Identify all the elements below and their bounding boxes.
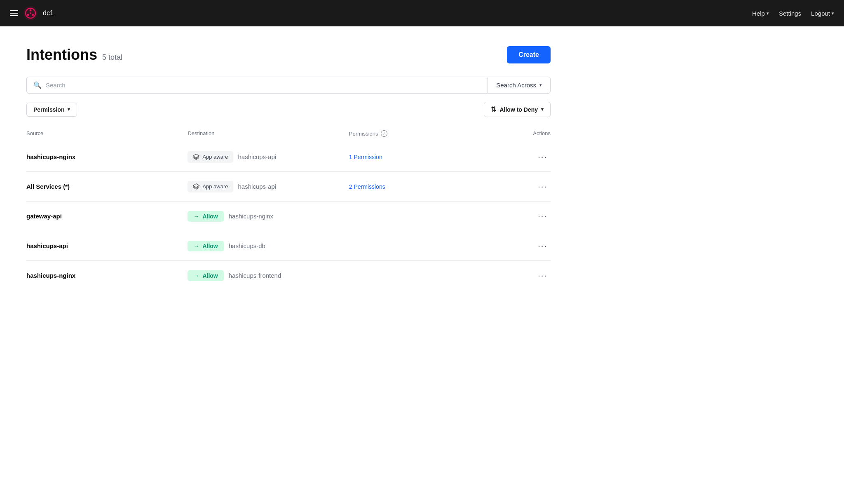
search-across-button[interactable]: Search Across ▾ — [488, 77, 550, 93]
info-icon: i — [381, 130, 387, 137]
page-header: Intentions 5 total Create — [26, 46, 551, 63]
page-title: Intentions — [26, 46, 97, 63]
dc-label: dc1 — [43, 9, 54, 17]
search-input[interactable] — [46, 82, 481, 89]
help-menu[interactable]: Help ▾ — [752, 10, 769, 17]
search-icon: 🔍 — [33, 81, 42, 89]
chevron-down-icon: ▾ — [68, 107, 70, 112]
create-button[interactable]: Create — [507, 46, 551, 63]
table-row: hashicups-nginx App aware hashicups-api … — [26, 142, 551, 172]
permissions-cell: 1 Permission — [349, 153, 470, 161]
table-body: hashicups-nginx App aware hashicups-api … — [26, 142, 551, 290]
source-column-header: Source — [26, 130, 188, 137]
svg-point-4 — [27, 14, 29, 16]
app-aware-badge: App aware — [188, 151, 233, 163]
more-actions-button[interactable]: ··· — [535, 150, 551, 163]
page-content: Intentions 5 total Create 🔍 Search Acros… — [0, 26, 577, 310]
hamburger-icon[interactable] — [10, 10, 18, 16]
source-name: gateway-api — [26, 213, 62, 220]
chevron-down-icon: ▾ — [541, 107, 544, 112]
destination-cell: → Allow hashicups-frontend — [188, 270, 349, 281]
navbar-left: dc1 — [10, 6, 746, 21]
permission-filter-button[interactable]: Permission ▾ — [26, 103, 77, 117]
table-row: All Services (*) App aware hashicups-api… — [26, 172, 551, 202]
allow-badge: → Allow — [188, 270, 223, 281]
svg-point-3 — [32, 14, 34, 16]
app-aware-label: App aware — [202, 154, 228, 160]
source-name: All Services (*) — [26, 183, 70, 190]
source-name: hashicups-nginx — [26, 272, 75, 279]
allow-label: Allow — [202, 213, 218, 220]
page-count: 5 total — [102, 53, 122, 62]
app-aware-label: App aware — [202, 183, 228, 190]
permissions-link[interactable]: 2 Permissions — [349, 183, 385, 190]
search-bar: 🔍 Search Across ▾ — [26, 77, 551, 94]
chevron-down-icon: ▾ — [767, 11, 769, 16]
logout-menu[interactable]: Logout ▾ — [811, 10, 834, 17]
actions-cell: ··· — [470, 210, 551, 223]
consul-logo — [23, 6, 38, 21]
layers-icon — [192, 183, 200, 190]
table-row: hashicups-api → Allow hashicups-db ··· — [26, 231, 551, 261]
table-row: gateway-api → Allow hashicups-nginx ··· — [26, 202, 551, 231]
settings-link[interactable]: Settings — [779, 10, 801, 17]
destination-name: hashicups-nginx — [229, 213, 273, 220]
sort-icon: ⇅ — [491, 105, 496, 113]
navbar: dc1 Help ▾ Settings Logout ▾ — [0, 0, 844, 26]
arrow-right-icon: → — [193, 243, 199, 249]
actions-cell: ··· — [470, 239, 551, 252]
svg-point-5 — [30, 12, 31, 14]
permissions-link[interactable]: 1 Permission — [349, 154, 382, 160]
allow-label: Allow — [202, 243, 218, 249]
table-header: Source Destination Permissions i Actions — [26, 127, 551, 142]
page-title-group: Intentions 5 total — [26, 46, 122, 63]
destination-name: hashicups-api — [238, 183, 277, 190]
table-row: hashicups-nginx → Allow hashicups-fronte… — [26, 261, 551, 290]
allow-label: Allow — [202, 272, 218, 279]
destination-name: hashicups-frontend — [229, 272, 281, 279]
allow-badge: → Allow — [188, 241, 223, 251]
app-aware-badge: App aware — [188, 181, 233, 192]
source-cell: hashicups-nginx — [26, 153, 188, 161]
destination-cell: → Allow hashicups-db — [188, 241, 349, 251]
actions-cell: ··· — [470, 150, 551, 163]
permissions-cell: 2 Permissions — [349, 183, 470, 190]
layers-icon — [192, 153, 200, 161]
chevron-down-icon: ▾ — [539, 82, 542, 88]
source-cell: hashicups-api — [26, 242, 188, 250]
table-container: Source Destination Permissions i Actions… — [26, 127, 551, 290]
destination-name: hashicups-api — [238, 153, 277, 160]
actions-column-header: Actions — [470, 130, 551, 137]
chevron-down-icon: ▾ — [832, 11, 834, 16]
more-actions-button[interactable]: ··· — [535, 210, 551, 223]
svg-point-2 — [30, 9, 32, 12]
source-cell: All Services (*) — [26, 183, 188, 190]
sort-button[interactable]: ⇅ Allow to Deny ▾ — [484, 102, 551, 117]
source-name: hashicups-nginx — [26, 153, 75, 160]
navbar-right: Help ▾ Settings Logout ▾ — [752, 10, 834, 17]
actions-cell: ··· — [470, 180, 551, 193]
filters-row: Permission ▾ ⇅ Allow to Deny ▾ — [26, 102, 551, 117]
destination-name: hashicups-db — [229, 242, 265, 249]
more-actions-button[interactable]: ··· — [535, 269, 551, 282]
destination-cell: → Allow hashicups-nginx — [188, 211, 349, 222]
arrow-right-icon: → — [193, 213, 199, 220]
destination-cell: App aware hashicups-api — [188, 181, 349, 192]
destination-cell: App aware hashicups-api — [188, 151, 349, 163]
destination-column-header: Destination — [188, 130, 349, 137]
arrow-right-icon: → — [193, 272, 199, 279]
search-input-wrapper: 🔍 — [27, 77, 488, 93]
source-cell: gateway-api — [26, 213, 188, 220]
source-name: hashicups-api — [26, 242, 68, 249]
actions-cell: ··· — [470, 269, 551, 282]
allow-badge: → Allow — [188, 211, 223, 222]
source-cell: hashicups-nginx — [26, 272, 188, 279]
more-actions-button[interactable]: ··· — [535, 239, 551, 252]
more-actions-button[interactable]: ··· — [535, 180, 551, 193]
permissions-column-header: Permissions i — [349, 130, 470, 137]
